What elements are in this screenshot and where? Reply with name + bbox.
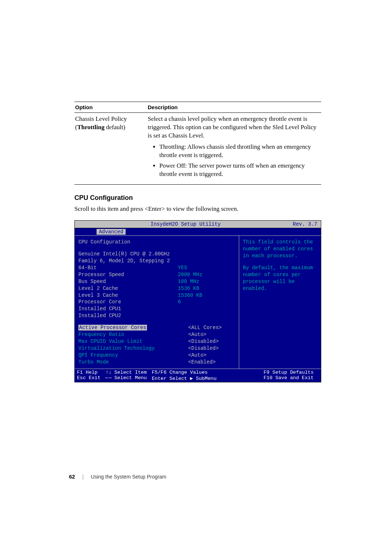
- bios-cpu-conf-label: CPU Configuration: [78, 239, 235, 246]
- bios-info-row: Level 3 Cache15360 KB: [78, 292, 235, 299]
- bios-conf-val: <Enabled>: [178, 359, 235, 366]
- bios-info-key: Installed CPU2: [78, 312, 168, 319]
- bios-info-val: 2000 MHz: [168, 271, 235, 278]
- bios-conf-key: Active Processor Cores: [78, 324, 178, 331]
- opt-l2c: default): [105, 124, 125, 131]
- th-option: Option: [74, 102, 147, 113]
- options-table: Option Description Chassis Level Policy …: [74, 102, 321, 185]
- bios-rev: Rev. 3.7: [293, 221, 317, 227]
- footer-sep: |: [82, 474, 84, 480]
- bios-conf-row[interactable]: Active Processor Cores<ALL Cores>: [78, 324, 235, 331]
- bios-info-row: Bus Speed100 MHz: [78, 278, 235, 285]
- bios-info-row: Installed CPU2: [78, 312, 235, 319]
- bios-info-key: Bus Speed: [78, 278, 168, 285]
- bios-info-row: Installed CPU1: [78, 305, 235, 312]
- bios-conf-key: Frequency Ratio: [78, 331, 178, 338]
- desc-cell: Select a chassis level policy when an em…: [147, 113, 321, 185]
- bios-conf-key: Turbo Mode: [78, 359, 178, 366]
- bios-cpu-fam: Family 6, Model 2D, Stepping 2: [78, 258, 235, 264]
- foot-f1: F1 Help: [77, 370, 101, 375]
- bullet-1: Throttling: Allows chassis sled throttli…: [159, 143, 320, 160]
- bios-info-row: Processor Core6: [78, 299, 235, 305]
- opt-l1: Chassis Level Policy: [75, 115, 127, 122]
- bios-help-2: By default, the maximum number of cores …: [243, 264, 317, 292]
- bios-info-key: 64-Bit: [78, 264, 168, 271]
- bios-tab-advanced[interactable]: Advanced: [97, 229, 125, 235]
- bios-conf-row[interactable]: Virtualization Technology<Disabled>: [78, 345, 235, 352]
- bios-info-val: [168, 305, 235, 312]
- bios-cpu-name: Genuine Intel(R) CPU @ 2.00GHz: [78, 251, 235, 258]
- bios-help-pane: This field controls the number of enable…: [239, 236, 321, 368]
- bios-conf-val: <Disabled>: [178, 345, 235, 352]
- bios-conf-val: <Auto>: [178, 331, 235, 338]
- foot-lr: ←→ Select Menu: [106, 375, 147, 381]
- bios-screenshot: InsydeH2O Setup Utility Rev. 3.7 Main Ad…: [74, 220, 321, 382]
- section-heading: CPU Configuration: [74, 194, 321, 202]
- bios-conf-row[interactable]: Frequency Ratio<Auto>: [78, 331, 235, 338]
- foot-f9: F9 Setup Defaults: [264, 370, 314, 375]
- page-footer: 62 | Using the System Setup Program: [69, 473, 166, 480]
- foot-esc: Esc Exit: [77, 375, 101, 381]
- bios-conf-row[interactable]: QPI Frequency<Auto>: [78, 352, 235, 359]
- bios-title-text: InsydeH2O Setup Utility: [78, 221, 293, 227]
- page-number: 62: [69, 473, 75, 480]
- bios-conf-key: QPI Frequency: [78, 352, 178, 359]
- bios-info-val: 15360 KB: [168, 292, 235, 299]
- bios-conf-row[interactable]: Turbo Mode<Enabled>: [78, 359, 235, 366]
- bios-info-val: 1536 KB: [168, 285, 235, 292]
- bios-conf-row[interactable]: Max CPUID Value Limit<Disabled>: [78, 338, 235, 345]
- bios-info-key: Processor Speed: [78, 271, 168, 278]
- bios-info-key: Level 2 Cache: [78, 285, 168, 292]
- section-text: Scroll to this item and press <Enter> to…: [74, 205, 321, 213]
- desc-para: Select a chassis level policy when an em…: [148, 115, 317, 139]
- th-desc: Description: [147, 102, 321, 113]
- opt-cell: Chassis Level Policy (Throttling default…: [74, 113, 147, 185]
- bios-titlebar: InsydeH2O Setup Utility Rev. 3.7: [75, 221, 321, 228]
- bios-info-row: Level 2 Cache1536 KB: [78, 285, 235, 292]
- bios-info-key: Installed CPU1: [78, 305, 168, 312]
- bios-footer: F1 Help Esc Exit ↑↓ Select Item ←→ Selec…: [75, 369, 321, 382]
- foot-f10: F10 Save and Exit: [264, 375, 314, 381]
- bios-info-val: [168, 312, 235, 319]
- opt-l2b: Throttling: [77, 124, 105, 131]
- bios-info-val: YES: [168, 264, 235, 271]
- foot-f56: F5/F6 Change Values: [152, 370, 258, 375]
- bios-info-row: 64-BitYES: [78, 264, 235, 271]
- bios-info-val: 6: [168, 299, 235, 305]
- bios-left-pane: CPU Configuration Genuine Intel(R) CPU @…: [75, 236, 239, 368]
- foot-enter: Enter Select ▶ SubMenu: [152, 375, 258, 381]
- bios-info-val: 100 MHz: [168, 278, 235, 285]
- bios-conf-key: Virtualization Technology: [78, 345, 178, 352]
- bios-conf-val: <Disabled>: [178, 338, 235, 345]
- bios-help-1: This field controls the number of enable…: [243, 239, 317, 259]
- bios-conf-val: <Auto>: [178, 352, 235, 359]
- bios-info-row: Processor Speed2000 MHz: [78, 271, 235, 278]
- bios-tabs: Main Advanced: [75, 228, 321, 236]
- bullet-2: Power Off: The server power turns off wh…: [159, 162, 320, 178]
- bios-info-key: Processor Core: [78, 299, 168, 305]
- bios-conf-key: Max CPUID Value Limit: [78, 338, 178, 345]
- footer-text: Using the System Setup Program: [91, 474, 166, 480]
- bios-info-key: Level 3 Cache: [78, 292, 168, 299]
- foot-ud: ↑↓ Select Item: [106, 370, 147, 375]
- bios-conf-val: <ALL Cores>: [178, 324, 235, 331]
